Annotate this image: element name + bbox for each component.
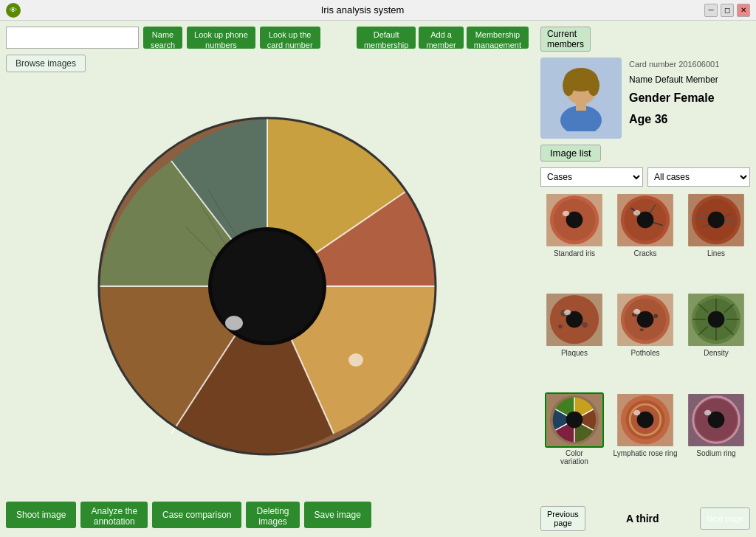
analyze-annotation-button[interactable]: Analyze the annotation (80, 502, 148, 528)
cases-filter[interactable]: Cases (540, 167, 643, 187)
list-item[interactable]: Lines (682, 193, 750, 289)
browse-images-button[interactable]: Browse images (6, 55, 86, 72)
list-item[interactable]: Color variation (540, 392, 608, 497)
svg-point-28 (563, 211, 569, 217)
iris-container (6, 77, 529, 496)
iris-label: Density (704, 349, 728, 357)
svg-point-48 (558, 325, 563, 329)
svg-point-85 (633, 409, 640, 415)
list-item[interactable]: Density (682, 292, 750, 389)
iris-label: Standard iris (554, 249, 595, 257)
iris-thumb-cracks (616, 193, 675, 248)
window-title: Iris analysis system (21, 4, 704, 15)
window-controls: ─ ◻ ✕ (704, 4, 750, 17)
svg-rect-23 (576, 102, 586, 111)
iris-label: Plaques (561, 349, 588, 357)
search-input[interactable] (6, 27, 139, 49)
iris-thumb-potholes (616, 292, 675, 347)
page-info: A third (591, 513, 694, 524)
minimize-button[interactable]: ─ (704, 4, 718, 17)
filter-row: Cases All cases (540, 167, 750, 187)
window-icon: 👁 (6, 3, 21, 18)
member-info: Card number 201606001 Name Default Membe… (629, 58, 719, 131)
member-card: Card number 201606001 Name Default Membe… (540, 58, 750, 139)
bottom-bar: Shoot image Analyze the annotation Case … (6, 496, 529, 531)
iris-label: Lines (707, 249, 725, 257)
membership-management-button[interactable]: Membership management (467, 27, 529, 49)
list-item[interactable]: Lymphatic rose ring (611, 392, 679, 497)
list-item[interactable]: Potholes (611, 292, 679, 389)
iris-thumb-sodium (687, 392, 746, 448)
svg-point-47 (582, 322, 588, 328)
current-members-label: Current members (540, 27, 591, 52)
right-panel: Current members (535, 21, 756, 537)
svg-point-56 (639, 329, 644, 332)
iris-thumb-standard (545, 193, 604, 248)
svg-point-14 (225, 316, 243, 330)
name-search-button[interactable]: Name search (143, 27, 182, 49)
add-member-button[interactable]: Add a member (419, 27, 463, 49)
iris-image (97, 117, 437, 456)
save-image-button[interactable]: Save image (304, 502, 371, 528)
iris-thumb-lines (687, 193, 746, 248)
image-list-label: Image list (540, 145, 601, 162)
iris-label: Cracks (633, 249, 656, 257)
svg-point-79 (566, 411, 583, 428)
member-name: Name Default Member (629, 72, 719, 89)
close-button[interactable]: ✕ (737, 4, 750, 17)
member-gender: Gender Female (629, 88, 719, 109)
svg-point-70 (708, 311, 725, 328)
svg-point-15 (348, 353, 363, 367)
lookup-phone-button[interactable]: Look up phone numbers (187, 27, 255, 49)
svg-point-91 (704, 409, 711, 415)
lookup-card-button[interactable]: Look up the card number (260, 27, 320, 49)
all-cases-filter[interactable]: All cases (647, 167, 750, 187)
svg-point-36 (633, 210, 640, 216)
case-comparison-button[interactable]: Case comparison (152, 502, 241, 528)
list-item[interactable]: Cracks (611, 193, 679, 289)
iris-label: Lymphatic rose ring (614, 449, 678, 457)
avatar (540, 58, 622, 139)
iris-grid: Standard iris Cracks (540, 193, 750, 497)
title-bar: 👁 Iris analysis system ─ ◻ ✕ (0, 0, 756, 21)
pagination-bar: Previous page A third Next page (540, 506, 750, 531)
iris-label: Potholes (631, 349, 660, 357)
member-age: Age 36 (629, 109, 719, 131)
iris-thumb-color-variation (545, 392, 604, 448)
default-membership-button[interactable]: Default membership (357, 27, 416, 49)
iris-thumb-density (687, 292, 746, 347)
svg-point-21 (588, 75, 599, 96)
list-item[interactable]: Plaques (540, 292, 608, 389)
next-page-button[interactable]: Next page (700, 507, 750, 530)
list-item[interactable]: Sodium ring (682, 392, 750, 497)
card-number: Card number 201606001 (629, 58, 719, 72)
svg-point-50 (564, 310, 571, 316)
deleting-images-button[interactable]: Deleting images (246, 502, 299, 528)
svg-point-43 (708, 212, 725, 229)
previous-page-button[interactable]: Previous page (540, 506, 585, 531)
shoot-image-button[interactable]: Shoot image (6, 502, 76, 528)
top-bar: Name search Look up phone numbers Look u… (6, 27, 529, 49)
restore-button[interactable]: ◻ (721, 4, 734, 17)
list-item[interactable]: Standard iris (540, 193, 608, 289)
svg-point-58 (633, 309, 640, 315)
iris-label: Sodium ring (696, 449, 735, 457)
svg-point-55 (653, 314, 658, 319)
iris-label: Color variation (560, 449, 588, 465)
iris-thumb-lymphatic (616, 392, 675, 448)
svg-point-20 (563, 75, 574, 96)
iris-thumb-plaques (545, 292, 604, 347)
